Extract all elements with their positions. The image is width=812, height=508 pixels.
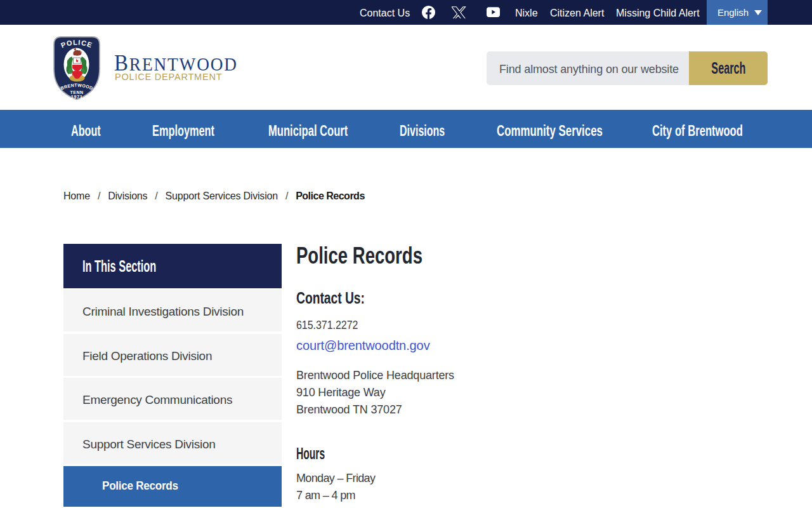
svg-text:1971: 1971 xyxy=(71,94,83,100)
